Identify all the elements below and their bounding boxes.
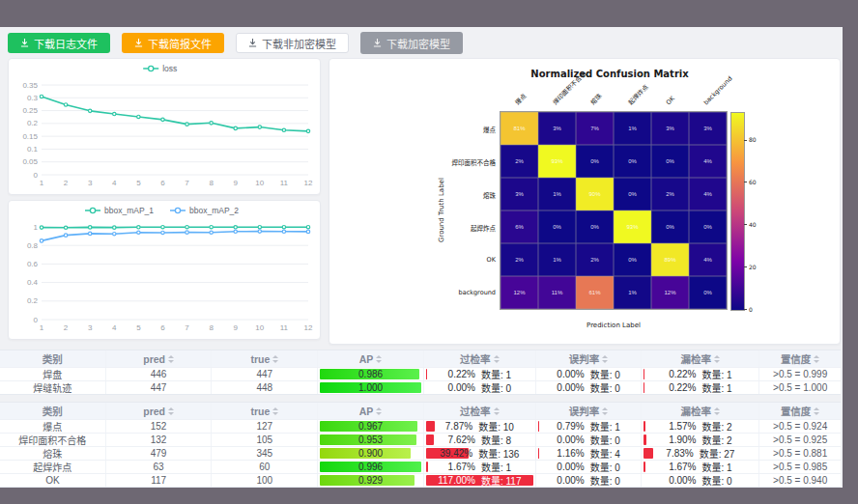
- data-point[interactable]: [64, 103, 67, 106]
- sort-icon[interactable]: [494, 407, 500, 415]
- sort-icon[interactable]: [814, 355, 819, 363]
- data-point[interactable]: [234, 126, 237, 129]
- data-point[interactable]: [282, 225, 285, 228]
- page-content: 下载日志文件 下载简报文件 下载非加密模型 下载加密模型 loss00.050.…: [0, 27, 843, 488]
- data-point[interactable]: [282, 230, 285, 233]
- data-point[interactable]: [258, 126, 261, 128]
- data-point[interactable]: [137, 226, 140, 229]
- data-point[interactable]: [161, 231, 164, 234]
- data-point[interactable]: [306, 129, 309, 132]
- data-point[interactable]: [186, 123, 188, 126]
- col-header-pred[interactable]: pred: [106, 403, 213, 419]
- x-tick-label: 3: [88, 179, 93, 187]
- x-tick-label: 11: [280, 323, 289, 332]
- col-header-misjudge-rate[interactable]: 误判率: [536, 403, 643, 419]
- data-point[interactable]: [306, 225, 309, 228]
- data-point[interactable]: [113, 226, 116, 229]
- download-icon: [373, 39, 382, 47]
- sort-icon[interactable]: [376, 407, 382, 415]
- col-header-over-rate[interactable]: 过检率: [424, 350, 536, 367]
- legend-item[interactable]: bbox_mAP_1: [85, 206, 154, 215]
- legend-item[interactable]: loss: [143, 64, 177, 73]
- matrix-cell: 93%: [538, 145, 576, 178]
- col-header-confidence[interactable]: 置信度: [759, 403, 841, 419]
- data-point[interactable]: [186, 225, 188, 228]
- data-point[interactable]: [88, 109, 91, 112]
- col-header-confidence[interactable]: 置信度: [759, 350, 841, 367]
- ap-value: 0.967: [358, 421, 383, 432]
- col-header-ap[interactable]: AP: [318, 350, 424, 367]
- download-report-button[interactable]: 下载简报文件: [122, 33, 224, 53]
- data-point[interactable]: [64, 226, 67, 229]
- rate-bar-wrap: 1.90%数量: 2: [644, 434, 757, 445]
- data-point[interactable]: [234, 226, 237, 229]
- data-point[interactable]: [137, 231, 140, 234]
- row-label: 焊印面积不合格: [399, 157, 496, 167]
- cell-confidence: >0.5 = 0.924: [759, 420, 841, 433]
- y-tick-label: 0.05: [22, 157, 38, 166]
- data-point[interactable]: [40, 239, 43, 242]
- sort-icon[interactable]: [168, 407, 174, 415]
- data-point[interactable]: [161, 118, 164, 121]
- col-header-over-rate[interactable]: 过检率: [424, 403, 536, 419]
- sort-icon[interactable]: [714, 355, 720, 363]
- data-point[interactable]: [258, 225, 261, 228]
- legend-item[interactable]: bbox_mAP_2: [170, 206, 239, 215]
- cell-category: 焊缝轨迹: [0, 381, 106, 394]
- cell-confidence: >0.5 = 0.940: [759, 474, 841, 487]
- sort-icon[interactable]: [714, 407, 720, 415]
- column-label: 熔珠: [587, 92, 603, 107]
- data-point[interactable]: [40, 226, 43, 229]
- colorbar-tick: [744, 140, 747, 141]
- col-header-miss-rate[interactable]: 漏检率: [642, 403, 759, 419]
- data-point[interactable]: [258, 230, 261, 233]
- data-point[interactable]: [88, 232, 91, 235]
- col-header-misjudge-rate[interactable]: 误判率: [536, 350, 643, 367]
- sort-icon[interactable]: [272, 355, 278, 363]
- rate-bar: [426, 421, 435, 432]
- cell-ap: 0.953: [318, 434, 424, 446]
- data-point[interactable]: [210, 231, 213, 234]
- table-row: 焊印面积不合格1321050.9537.62%数量: 80.00%数量: 01.…: [0, 434, 841, 447]
- y-tick-label: 0.3: [27, 94, 39, 102]
- data-point[interactable]: [282, 128, 285, 131]
- col-header-pred[interactable]: pred: [106, 350, 213, 367]
- series-line: [42, 227, 308, 228]
- col-header-true[interactable]: true: [212, 403, 318, 419]
- sort-icon[interactable]: [814, 407, 819, 415]
- cell-pred: 117: [106, 474, 213, 487]
- cell-over-rate: 0.22%数量: 1: [424, 368, 536, 380]
- data-point[interactable]: [64, 234, 67, 237]
- data-point[interactable]: [113, 112, 116, 115]
- data-point[interactable]: [186, 231, 188, 234]
- sort-icon[interactable]: [168, 355, 174, 363]
- download-encrypted-model-button[interactable]: 下载加密模型: [360, 32, 463, 54]
- x-tick-label: 2: [64, 179, 69, 187]
- col-header-miss-rate[interactable]: 漏检率: [642, 350, 759, 367]
- download-log-button[interactable]: 下载日志文件: [8, 33, 110, 53]
- data-point[interactable]: [234, 230, 237, 233]
- y-tick-label: 0.1: [27, 145, 39, 154]
- y-tick-label: 1: [34, 223, 39, 232]
- data-point[interactable]: [137, 115, 140, 118]
- sort-icon[interactable]: [376, 355, 382, 363]
- data-point[interactable]: [88, 226, 91, 229]
- data-point[interactable]: [113, 233, 116, 236]
- download-plain-model-button[interactable]: 下载非加密模型: [236, 33, 349, 53]
- sort-icon[interactable]: [272, 407, 278, 415]
- data-point[interactable]: [161, 225, 164, 228]
- data-point[interactable]: [210, 122, 213, 125]
- data-point[interactable]: [40, 95, 43, 98]
- col-header-ap[interactable]: AP: [318, 403, 424, 419]
- y-tick-label: 0: [34, 316, 39, 324]
- x-tick-label: 3: [88, 323, 93, 332]
- col-header-true[interactable]: true: [212, 350, 318, 367]
- sort-icon[interactable]: [494, 355, 500, 363]
- data-point[interactable]: [306, 230, 309, 233]
- data-point[interactable]: [210, 225, 213, 228]
- rate-value: 0.22%: [669, 369, 696, 379]
- sort-icon[interactable]: [602, 355, 608, 363]
- matrix-cell: 93%: [614, 210, 651, 243]
- map-line-chart: bbox_mAP_1bbox_mAP_200.20.40.60.81123456…: [9, 201, 318, 335]
- sort-icon[interactable]: [602, 407, 608, 415]
